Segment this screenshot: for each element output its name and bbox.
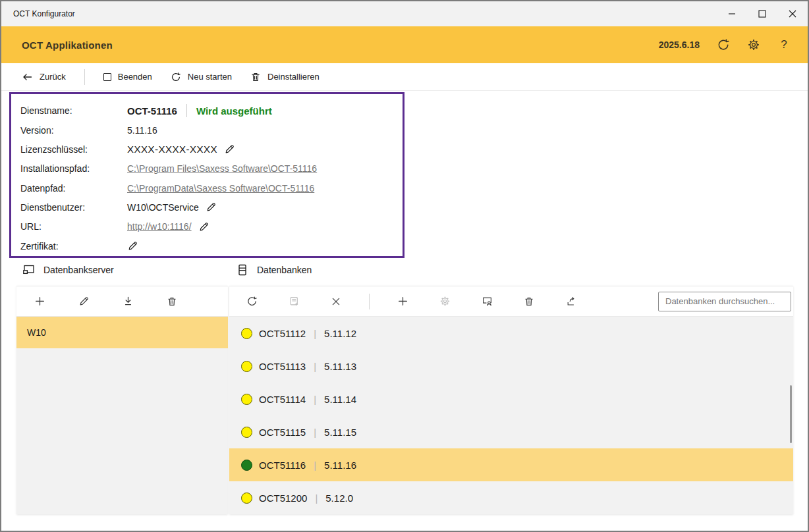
restore-database-button[interactable]	[285, 292, 303, 311]
certificate-label: Zertifikat:	[20, 241, 127, 252]
trash-icon	[524, 296, 534, 307]
name-version-separator: |	[314, 460, 316, 471]
database-name: OCT51112	[259, 328, 306, 339]
url-label: URL:	[20, 221, 127, 232]
trash-icon	[167, 296, 177, 307]
version-label: Version:	[20, 125, 127, 136]
database-panel: OCT51112|5.11.12OCT51113|5.11.13OCT51114…	[229, 286, 793, 514]
name-version-separator: |	[314, 328, 316, 339]
license-value: XXXX-XXXX-XXXX	[127, 144, 217, 155]
database-list-item[interactable]: OCT51113|5.11.13	[229, 350, 793, 383]
stop-service-button[interactable]: Beenden	[103, 72, 152, 82]
import-server-button[interactable]	[119, 292, 137, 311]
pencil-icon	[127, 240, 138, 252]
x-icon	[331, 296, 341, 307]
database-version: 5.11.13	[324, 361, 356, 372]
close-button[interactable]	[777, 1, 808, 26]
pencil-icon	[198, 221, 209, 232]
database-list-item[interactable]: OCT51116|5.11.16	[229, 448, 793, 481]
title-bar: OCT Konfigurator	[1, 1, 808, 26]
value-divider	[186, 104, 187, 117]
install-path-label: Installationspfad:	[20, 163, 127, 174]
install-path-link[interactable]: C:\Program Files\Saxess Software\OCT-511…	[127, 163, 317, 174]
app-header: OCT Applikationen 2025.6.18 ?	[1, 26, 808, 63]
refresh-icon[interactable]	[717, 38, 730, 51]
trash-icon	[250, 72, 261, 82]
server-section-header: Datenbankserver	[22, 263, 114, 277]
maximize-button[interactable]	[747, 1, 777, 26]
maximize-icon	[759, 11, 766, 17]
add-server-button[interactable]	[30, 292, 49, 311]
stop-label: Beenden	[118, 72, 152, 82]
back-button[interactable]: Zurück	[22, 72, 66, 82]
window-controls	[717, 1, 808, 26]
database-name: OCT51116	[259, 460, 306, 471]
disconnect-database-button[interactable]	[327, 292, 345, 311]
content-area: Dienstname: OCT-51116 Wird ausgeführt Ve…	[1, 91, 808, 531]
edit-service-user-button[interactable]	[206, 201, 217, 213]
minimize-button[interactable]	[717, 1, 747, 26]
status-dot-stopped	[241, 492, 252, 504]
database-list-item[interactable]: OCT51115|5.11.15	[229, 415, 793, 448]
name-version-separator: |	[314, 427, 316, 438]
database-name: OCT51114	[259, 394, 306, 405]
add-database-button[interactable]	[393, 292, 412, 311]
server-list-item[interactable]: W10	[16, 317, 228, 348]
service-name-label: Dienstname:	[20, 105, 127, 116]
delete-database-button[interactable]	[520, 292, 538, 311]
version-value: 5.11.16	[127, 125, 157, 136]
settings-gear-icon[interactable]	[747, 38, 760, 51]
database-list-item[interactable]: OCT51114|5.11.14	[229, 383, 793, 415]
delete-server-button[interactable]	[163, 292, 181, 311]
document-add-icon	[289, 296, 300, 307]
edit-server-button[interactable]	[74, 292, 93, 311]
uninstall-button[interactable]: Deinstallieren	[250, 72, 320, 82]
name-version-separator: |	[315, 492, 318, 504]
database-settings-button[interactable]	[435, 292, 454, 311]
back-arrow-icon	[22, 72, 33, 82]
status-dot-stopped	[241, 328, 252, 339]
restart-icon	[171, 72, 181, 82]
export-database-button[interactable]	[562, 292, 580, 311]
database-list-item[interactable]: OCT51112|5.11.12	[229, 317, 793, 350]
refresh-databases-button[interactable]	[242, 292, 261, 311]
back-label: Zurück	[40, 72, 66, 82]
database-list-item[interactable]: OCT51200|5.12.0	[229, 481, 793, 514]
edit-certificate-button[interactable]	[127, 240, 138, 252]
window-title: OCT Konfigurator	[1, 9, 75, 18]
status-dot-stopped	[241, 427, 252, 438]
server-list: W10	[16, 317, 228, 514]
service-user-label: Dienstbenutzer:	[20, 202, 127, 213]
server-panel: W10	[16, 286, 228, 514]
help-icon[interactable]: ?	[777, 38, 791, 51]
gear-icon	[439, 296, 451, 307]
restart-service-button[interactable]: Neu starten	[171, 72, 232, 82]
database-section-title: Datenbanken	[257, 265, 312, 275]
restart-label: Neu starten	[188, 72, 232, 82]
service-url-link[interactable]: http://w10:1116/	[127, 221, 192, 232]
data-path-label: Datenpfad:	[20, 183, 127, 194]
data-path-link[interactable]: C:\ProgramData\Saxess Software\OCT-51116	[127, 183, 314, 194]
status-dot-stopped	[241, 394, 252, 405]
scrollbar-thumb[interactable]	[790, 385, 792, 443]
database-version: 5.11.14	[324, 394, 356, 405]
edit-license-button[interactable]	[224, 144, 235, 155]
toolbar-divider	[84, 69, 85, 85]
plus-icon	[397, 296, 408, 307]
monitor-user-icon	[482, 296, 493, 307]
license-label: Lizenzschlüssel:	[20, 144, 127, 155]
database-version: 5.11.16	[324, 460, 356, 471]
database-version: 5.11.12	[324, 328, 356, 339]
server-name: W10	[27, 327, 46, 338]
database-icon	[236, 263, 249, 277]
database-search-input[interactable]	[658, 292, 791, 311]
pencil-icon	[78, 296, 90, 307]
uninstall-label: Deinstallieren	[267, 72, 320, 82]
plus-icon	[34, 296, 45, 307]
server-section-title: Datenbankserver	[43, 265, 114, 275]
status-dot-running	[241, 460, 252, 471]
pencil-icon	[206, 201, 217, 213]
edit-url-button[interactable]	[198, 221, 209, 232]
server-icon	[22, 263, 36, 277]
database-users-button[interactable]	[478, 292, 496, 311]
